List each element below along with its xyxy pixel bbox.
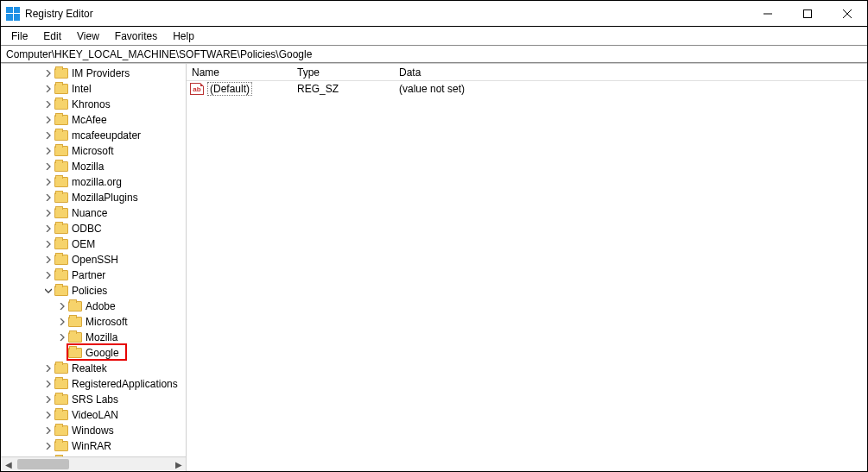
tree-item[interactable]: WOW6432Node (1, 454, 186, 456)
tree-item[interactable]: Realtek (1, 361, 186, 376)
chevron-right-icon[interactable] (42, 129, 54, 142)
tree-item[interactable]: SRS Labs (1, 392, 186, 407)
column-header-name[interactable]: Name (187, 66, 292, 79)
tree-item[interactable]: Mozilla (1, 159, 186, 174)
chevron-right-icon[interactable] (42, 83, 54, 95)
chevron-right-icon[interactable] (42, 67, 54, 79)
chevron-right-icon[interactable] (56, 300, 68, 312)
close-button[interactable] (827, 1, 867, 26)
folder-icon (68, 317, 82, 327)
chevron-right-icon[interactable] (42, 176, 54, 188)
tree-item[interactable]: Microsoft (1, 143, 186, 159)
chevron-right-icon[interactable] (42, 223, 54, 235)
tree-item-label: MozillaPlugins (72, 192, 138, 204)
tree-item[interactable]: MozillaPlugins (1, 190, 186, 205)
folder-icon (54, 192, 68, 203)
tree-item-label: SRS Labs (72, 393, 118, 406)
chevron-right-icon[interactable] (42, 98, 54, 110)
folder-icon (68, 332, 82, 343)
folder-icon (54, 239, 68, 249)
chevron-right-icon[interactable] (42, 114, 54, 126)
tree-item-label: mcafeeupdater (72, 129, 141, 142)
tree-item-label: Google (86, 347, 119, 359)
value-row[interactable]: ab(Default)REG_SZ(value not set) (187, 81, 867, 97)
folder-icon (54, 177, 68, 187)
chevron-right-icon[interactable] (42, 238, 54, 250)
chevron-right-icon[interactable] (42, 160, 54, 173)
tree-item-label: WOW6432Node (72, 456, 147, 456)
tree-item-label: Mozilla (72, 160, 104, 173)
tree-item[interactable]: McAfee (1, 112, 186, 128)
menu-file[interactable]: File (4, 28, 35, 44)
chevron-right-icon[interactable] (42, 207, 54, 219)
tree-item-label: ODBC (72, 223, 102, 235)
menu-help[interactable]: Help (166, 28, 201, 44)
tree-item[interactable]: Intel (1, 81, 186, 97)
window-title: Registry Editor (25, 8, 93, 20)
tree-item[interactable]: Nuance (1, 205, 186, 221)
scroll-right-icon[interactable]: ▶ (171, 457, 186, 471)
tree-item-label: VideoLAN (72, 409, 118, 421)
tree-item[interactable]: Microsoft (1, 314, 186, 330)
tree-item[interactable]: mcafeeupdater (1, 128, 186, 143)
address-bar[interactable]: Computer\HKEY_LOCAL_MACHINE\SOFTWARE\Pol… (1, 45, 867, 63)
chevron-right-icon[interactable] (42, 409, 54, 421)
chevron-right-icon[interactable] (42, 378, 54, 390)
key-tree[interactable]: IM ProvidersIntelKhronosMcAfeemcafeeupda… (1, 64, 186, 456)
folder-icon (54, 130, 68, 141)
tree-item[interactable]: Windows (1, 423, 186, 438)
chevron-right-icon[interactable] (42, 425, 54, 437)
tree-horizontal-scrollbar[interactable]: ◀ ▶ (1, 456, 186, 471)
tree-item[interactable]: Khronos (1, 97, 186, 112)
tree-item[interactable]: Mozilla (1, 330, 186, 345)
folder-icon (54, 99, 68, 110)
folder-icon (54, 68, 68, 79)
tree-item[interactable]: Partner (1, 267, 186, 283)
content-area: IM ProvidersIntelKhronosMcAfeemcafeeupda… (1, 63, 867, 471)
scroll-thumb[interactable] (17, 459, 69, 469)
tree-item[interactable]: OpenSSH (1, 252, 186, 267)
value-type: REG_SZ (292, 83, 394, 95)
menu-favorites[interactable]: Favorites (108, 28, 164, 44)
tree-item[interactable]: RegisteredApplications (1, 376, 186, 392)
tree-item-label: OpenSSH (72, 254, 118, 266)
chevron-right-icon[interactable] (42, 393, 54, 406)
chevron-right-icon[interactable] (42, 362, 54, 374)
tree-item-label: OEM (72, 238, 95, 250)
tree-item[interactable]: VideoLAN (1, 407, 186, 423)
tree-item[interactable]: OEM (1, 236, 186, 252)
scroll-left-icon[interactable]: ◀ (1, 457, 16, 471)
tree-item[interactable]: Policies (1, 283, 186, 299)
chevron-right-icon[interactable] (42, 145, 54, 157)
chevron-right-icon[interactable] (56, 316, 68, 328)
chevron-right-icon[interactable] (42, 456, 54, 456)
chevron-down-icon[interactable] (42, 285, 54, 297)
column-header-type[interactable]: Type (292, 66, 394, 79)
minimize-button[interactable] (748, 1, 788, 26)
menubar: File Edit View Favorites Help (1, 27, 867, 45)
tree-item[interactable]: mozilla.org (1, 174, 186, 190)
tree-item-label: Microsoft (72, 145, 114, 157)
tree-item[interactable]: Google (1, 345, 186, 361)
tree-item[interactable]: WinRAR (1, 438, 186, 454)
titlebar[interactable]: Registry Editor (1, 1, 867, 27)
maximize-button[interactable] (788, 1, 827, 26)
chevron-right-icon[interactable] (42, 269, 54, 281)
menu-view[interactable]: View (70, 28, 106, 44)
chevron-right-icon[interactable] (56, 331, 68, 343)
folder-icon (54, 208, 68, 218)
tree-item[interactable]: ODBC (1, 221, 186, 236)
folder-icon (54, 84, 68, 94)
menu-edit[interactable]: Edit (36, 28, 68, 44)
regedit-icon (6, 7, 20, 21)
chevron-right-icon[interactable] (42, 254, 54, 266)
value-list[interactable]: ab(Default)REG_SZ(value not set) (187, 81, 867, 97)
column-header-data[interactable]: Data (394, 66, 867, 79)
chevron-right-icon[interactable] (42, 192, 54, 204)
tree-item[interactable]: IM Providers (1, 66, 186, 81)
string-value-icon: ab (190, 83, 204, 95)
tree-item-label: Realtek (72, 362, 107, 374)
tree-item[interactable]: Adobe (1, 299, 186, 314)
list-header: Name Type Data (187, 64, 867, 81)
chevron-right-icon[interactable] (42, 440, 54, 452)
